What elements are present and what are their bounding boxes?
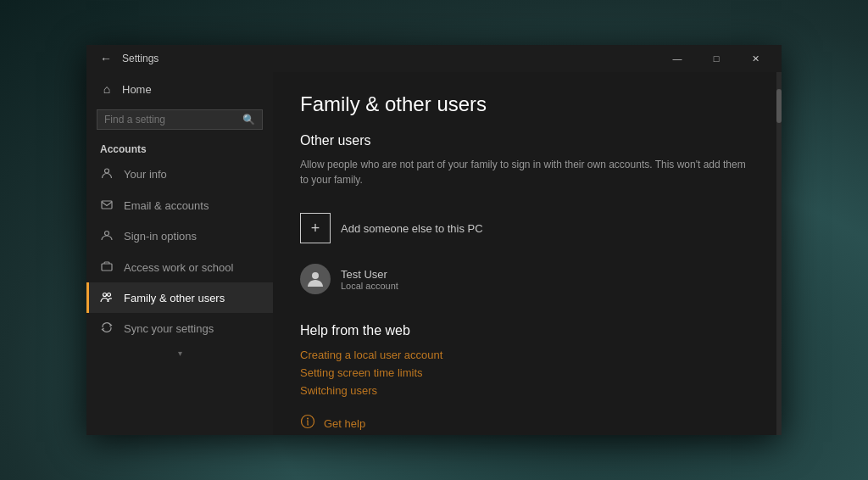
sidebar-item-family-label: Family & other users xyxy=(124,292,225,304)
svg-point-0 xyxy=(105,169,109,173)
sidebar-item-sync[interactable]: Sync your settings xyxy=(86,313,273,344)
scrollbar-thumb[interactable] xyxy=(776,89,782,123)
svg-rect-3 xyxy=(102,264,112,271)
user-avatar xyxy=(300,264,331,294)
search-input[interactable] xyxy=(104,114,242,126)
help-link-1[interactable]: Setting screen time limits xyxy=(300,366,749,379)
content-area: ⌂ Home 🔍 Accounts Your info xyxy=(86,72,782,435)
svg-point-2 xyxy=(105,232,109,236)
search-icon: 🔍 xyxy=(242,114,255,126)
help-link-0[interactable]: Creating a local user account xyxy=(300,349,749,361)
home-label: Home xyxy=(122,83,152,96)
svg-point-4 xyxy=(103,293,107,297)
svg-point-6 xyxy=(312,272,319,279)
help-title: Help from the web xyxy=(300,323,749,338)
add-user-button[interactable]: + Add someone else to this PC xyxy=(300,204,749,252)
search-box[interactable]: 🔍 xyxy=(97,109,263,130)
get-help-icon xyxy=(300,414,315,433)
sidebar-item-your-info[interactable]: Your info xyxy=(86,159,273,190)
sidebar: ⌂ Home 🔍 Accounts Your info xyxy=(86,72,273,435)
page-title: Family & other users xyxy=(300,92,749,116)
titlebar-left: ← Settings xyxy=(97,50,159,67)
close-button[interactable]: ✕ xyxy=(736,45,775,72)
work-icon xyxy=(100,260,114,274)
sidebar-item-signin-label: Sign-in options xyxy=(124,230,197,243)
get-help-button[interactable]: Get help xyxy=(300,414,749,433)
user-name: Test User xyxy=(341,268,398,281)
main-panel: Family & other users Other users Allow p… xyxy=(273,72,776,435)
sidebar-item-work-label: Access work or school xyxy=(124,261,233,274)
sidebar-item-signin[interactable]: Sign-in options xyxy=(86,220,273,252)
titlebar-controls: — □ ✕ xyxy=(658,45,775,72)
user-type: Local account xyxy=(341,281,398,291)
help-link-2[interactable]: Switching users xyxy=(300,384,749,397)
add-icon: + xyxy=(300,213,331,243)
maximize-button[interactable]: □ xyxy=(697,45,736,72)
sidebar-item-email[interactable]: Email & accounts xyxy=(86,190,273,220)
family-icon xyxy=(100,291,114,304)
titlebar: ← Settings — □ ✕ xyxy=(86,45,782,72)
help-section: Help from the web Creating a local user … xyxy=(300,323,749,397)
sidebar-item-family[interactable]: Family & other users xyxy=(86,282,273,313)
svg-point-5 xyxy=(108,293,111,297)
sidebar-item-work-school[interactable]: Access work or school xyxy=(86,252,273,282)
other-users-title: Other users xyxy=(300,133,749,148)
add-user-label: Add someone else to this PC xyxy=(341,222,483,235)
sidebar-item-email-label: Email & accounts xyxy=(124,199,209,212)
user-item-test-user[interactable]: Test User Local account xyxy=(300,255,749,303)
svg-rect-1 xyxy=(102,201,112,209)
sidebar-item-your-info-label: Your info xyxy=(124,168,167,181)
email-icon xyxy=(100,198,114,212)
settings-window: ← Settings — □ ✕ ⌂ Home 🔍 Accounts xyxy=(86,45,782,435)
get-help-label: Get help xyxy=(324,417,365,430)
main-scrollbar[interactable] xyxy=(776,72,782,435)
home-icon: ⌂ xyxy=(100,82,114,96)
sidebar-home[interactable]: ⌂ Home xyxy=(86,72,273,106)
other-users-desc: Allow people who are not part of your fa… xyxy=(300,157,749,187)
scroll-down-indicator: ▾ xyxy=(86,344,273,361)
your-info-icon xyxy=(100,167,114,181)
svg-point-8 xyxy=(307,418,309,420)
signin-icon xyxy=(100,229,114,243)
user-info: Test User Local account xyxy=(341,268,398,291)
sync-icon xyxy=(100,321,114,336)
sidebar-item-sync-label: Sync your settings xyxy=(124,322,214,335)
window-title: Settings xyxy=(122,53,159,64)
minimize-button[interactable]: — xyxy=(658,45,697,72)
back-button[interactable]: ← xyxy=(97,50,115,67)
accounts-label: Accounts xyxy=(86,137,273,159)
